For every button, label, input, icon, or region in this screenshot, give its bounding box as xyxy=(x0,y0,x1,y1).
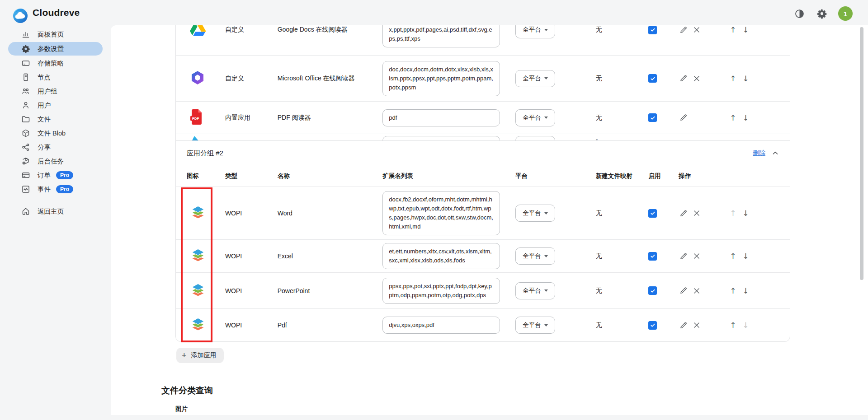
platform-select[interactable]: 全平台 xyxy=(515,205,555,222)
vertical-scrollbar[interactable] xyxy=(860,27,863,280)
edit-pencil-icon[interactable] xyxy=(679,74,688,83)
edit-pencil-icon[interactable] xyxy=(679,25,688,34)
extensions-input[interactable]: doc,docx,docm,dotm,dotx,xlsx,xlsb,xls,xl… xyxy=(382,61,500,96)
edit-pencil-icon[interactable] xyxy=(679,209,688,218)
app-name: Pdf xyxy=(278,322,383,329)
move-up-icon[interactable]: ↑ xyxy=(728,321,737,330)
extensions-input[interactable]: docx,fb2,docxf,oform,mht,dotm,mhtml,hwp,… xyxy=(382,191,500,235)
enabled-checkbox[interactable] xyxy=(648,321,657,330)
platform-select[interactable] xyxy=(515,136,555,140)
move-up-icon[interactable]: ↑ xyxy=(728,113,737,122)
sidebar-item-file-blob[interactable]: 文件 Blob xyxy=(0,126,111,140)
add-app-button[interactable]: + 添加应用 xyxy=(176,348,224,363)
pro-badge: Pro xyxy=(56,171,73,179)
extensions-input[interactable]: djvu,xps,oxps,pdf xyxy=(382,317,500,334)
delete-x-icon[interactable] xyxy=(692,74,701,83)
move-up-icon[interactable]: ↑ xyxy=(728,209,737,218)
sidebar-item-background-tasks[interactable]: 后台任务 xyxy=(0,154,111,168)
move-down-icon[interactable]: ↓ xyxy=(741,252,750,261)
chevron-down-icon xyxy=(544,289,548,292)
col-header-icon: 图标 xyxy=(187,172,225,180)
platform-select[interactable]: 全平台 xyxy=(515,25,555,38)
app-title: Cloudreve xyxy=(33,7,80,18)
table-header-row: 图标 类型 名称 扩展名列表 平台 新建文件映射 启用 操作 xyxy=(176,165,790,187)
wopi-layers-icon xyxy=(190,282,206,300)
platform-select[interactable]: 全平台 xyxy=(515,247,555,265)
enabled-checkbox[interactable] xyxy=(648,209,657,218)
delete-group-link[interactable]: 删除 xyxy=(753,149,765,157)
delete-x-icon[interactable] xyxy=(692,321,701,330)
sidebar-item-nodes[interactable]: 节点 xyxy=(0,70,111,84)
new-file-mapping: - xyxy=(596,136,649,140)
sidebar-item-files[interactable]: 文件 xyxy=(0,112,111,126)
extensions-input[interactable]: ppsx,pps,pot,sxi,pptx,ppt,fodp,dpt,key,p… xyxy=(382,278,500,304)
chevron-down-icon xyxy=(544,77,548,79)
group-title: 应用分组 #2 xyxy=(187,149,223,158)
user-avatar[interactable]: 1 xyxy=(838,6,853,21)
delete-x-icon[interactable] xyxy=(692,252,701,261)
delete-x-icon[interactable] xyxy=(692,209,701,218)
user-group-icon xyxy=(21,87,30,96)
move-down-icon[interactable]: ↓ xyxy=(741,113,750,122)
enabled-checkbox[interactable] xyxy=(648,113,657,122)
edit-pencil-icon[interactable] xyxy=(679,286,688,295)
app-group-2-summary: 应用分组 #2 删除 xyxy=(176,141,790,165)
enabled-checkbox[interactable] xyxy=(648,74,657,83)
move-down-icon[interactable]: ↓ xyxy=(741,209,750,218)
extensions-input[interactable]: pdf xyxy=(382,109,500,126)
sidebar-item-storage-policy[interactable]: 存储策略 xyxy=(0,56,111,70)
node-icon xyxy=(21,73,30,82)
platform-select[interactable]: 全平台 xyxy=(515,70,555,87)
move-up-icon[interactable]: ↑ xyxy=(728,74,737,83)
enabled-checkbox[interactable] xyxy=(648,252,657,261)
sidebar-item-orders[interactable]: 订单 Pro xyxy=(0,168,111,182)
enabled-checkbox[interactable] xyxy=(648,26,657,34)
wopi-layers-icon xyxy=(190,204,206,222)
sidebar-item-user-groups[interactable]: 用户组 xyxy=(0,84,111,98)
app-type: 内置应用 xyxy=(225,114,278,122)
move-up-icon[interactable]: ↑ xyxy=(728,286,737,295)
extensions-input[interactable] xyxy=(382,136,500,140)
orders-icon xyxy=(21,171,30,180)
delete-x-icon[interactable] xyxy=(692,25,701,34)
app-name: PowerPoint xyxy=(278,287,383,294)
col-header-actions: 操作 xyxy=(679,172,779,180)
cloudreve-admin-page: Cloudreve 1 面板首页 xyxy=(0,0,868,420)
sidebar-item-label: 文件 Blob xyxy=(38,129,66,138)
app-name: PDF 阅读器 xyxy=(278,114,383,122)
platform-select[interactable]: 全平台 xyxy=(515,317,555,334)
col-header-platform: 平台 xyxy=(515,172,596,180)
dark-mode-toggle-icon[interactable] xyxy=(793,7,806,20)
move-down-icon[interactable]: ↓ xyxy=(741,74,750,83)
platform-select[interactable]: 全平台 xyxy=(515,282,555,299)
move-down-icon[interactable]: ↓ xyxy=(741,25,750,34)
sidebar-item-dashboard[interactable]: 面板首页 xyxy=(0,28,111,41)
chevron-up-icon[interactable] xyxy=(772,149,779,157)
top-actions: 1 xyxy=(793,6,853,21)
table-row-partial: - xyxy=(176,134,790,140)
move-down-icon[interactable]: ↓ xyxy=(741,286,750,295)
edit-pencil-icon[interactable] xyxy=(679,321,688,330)
events-icon xyxy=(21,185,30,194)
edit-pencil-icon[interactable] xyxy=(679,252,688,261)
platform-select[interactable]: 全平台 xyxy=(515,109,555,126)
sidebar-item-settings[interactable]: 参数设置 xyxy=(8,42,103,56)
move-down-icon[interactable]: ↓ xyxy=(741,321,750,330)
enabled-checkbox[interactable] xyxy=(648,286,657,295)
google-drive-icon xyxy=(190,25,206,38)
extensions-input[interactable]: htm,php,js,cpp,h,hpp,js,doc,docx,xls,xls… xyxy=(382,25,500,47)
sidebar-item-back-home[interactable]: 返回主页 xyxy=(0,205,111,218)
extensions-input[interactable]: et,ett,numbers,xltx,csv,xlt,ots,xlsm,xlt… xyxy=(382,243,500,269)
top-header: Cloudreve 1 xyxy=(0,0,868,25)
storage-icon xyxy=(21,59,30,68)
sidebar-item-label: 返回主页 xyxy=(38,207,64,216)
edit-pencil-icon[interactable] xyxy=(679,113,688,122)
move-up-icon[interactable]: ↑ xyxy=(728,252,737,261)
sidebar-item-events[interactable]: 事件 Pro xyxy=(0,182,111,196)
delete-x-icon[interactable] xyxy=(692,286,701,295)
chevron-down-icon xyxy=(544,255,548,257)
settings-gear-icon[interactable] xyxy=(816,7,828,20)
sidebar-item-users[interactable]: 用户 xyxy=(0,98,111,112)
move-up-icon[interactable]: ↑ xyxy=(728,25,737,34)
sidebar-item-shares[interactable]: 分享 xyxy=(0,140,111,154)
